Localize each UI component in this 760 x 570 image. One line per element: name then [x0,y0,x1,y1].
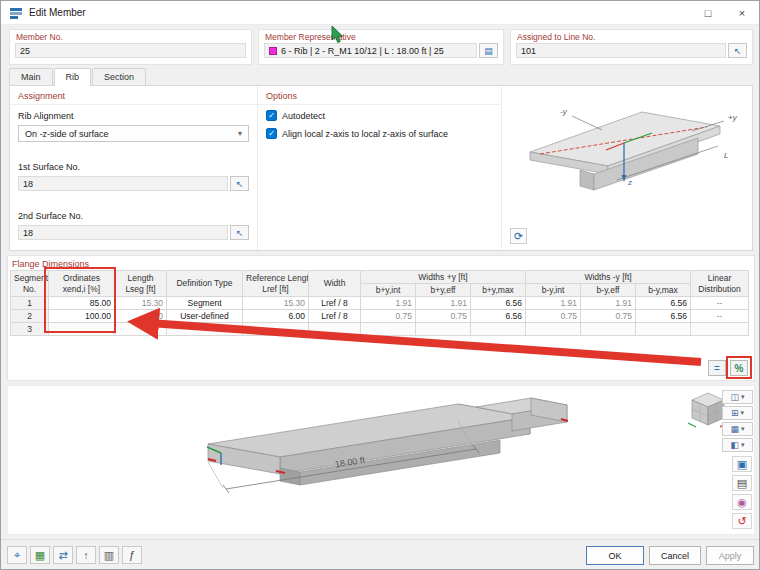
cell-ordinate[interactable] [49,323,115,336]
assigned-line-picker-button[interactable]: ↖ [728,43,747,58]
arrow-up-icon: ↑ [83,549,89,561]
apply-button[interactable]: Apply [706,546,754,565]
move-up-button[interactable]: ↑ [76,546,96,564]
close-button[interactable]: × [725,1,759,24]
surface1-picker-button[interactable]: ↖ [230,176,249,191]
surface1-label: 1st Surface No. [10,156,257,174]
swap-orientation-button[interactable]: ⇄ [53,546,73,564]
cell-b-plus-max[interactable]: 6.56 [471,297,526,310]
cell-b-plus-int[interactable]: 0.75 [361,310,416,323]
title-bar: Edit Member □ × [1,1,759,25]
member-no-value: 25 [20,46,30,56]
maximize-button[interactable]: □ [691,1,725,24]
view-grid-button[interactable]: ▦▾ [722,422,753,436]
cell-reference[interactable]: 15.30 [243,297,309,310]
surface1-input[interactable]: 18 [18,176,228,191]
cell-b-minus-int[interactable] [526,323,581,336]
cell-b-minus-int[interactable]: 0.75 [526,310,581,323]
cell-linear[interactable]: -- [691,310,749,323]
tab-rib[interactable]: Rib [54,68,92,86]
autodetect-checkbox[interactable]: ✓ [266,110,277,121]
col-b-minus-eff: b-y,eff [581,284,636,297]
col-width: Width [309,271,361,297]
cell-definition[interactable]: Segment [167,297,243,310]
row-number[interactable]: 3 [11,323,49,336]
cell-definition[interactable] [167,323,243,336]
member-representative-group: Member Representative 6 - Rib | 2 - R_M1… [258,29,504,65]
surface2-picker-button[interactable]: ↖ [230,225,249,240]
tab-main[interactable]: Main [9,68,53,85]
view-settings-button[interactable]: ◫▾ [722,390,753,404]
cell-width[interactable]: Lref / 8 [309,310,361,323]
member-3d-preview[interactable]: 18.00 ft ◫▾ ⊞▾ ▦▾ ◧▾ ▣ ▤ ◉ ↺ [7,385,755,535]
cell-length[interactable]: 15.30 [115,297,167,310]
cell-width[interactable] [309,323,361,336]
cell-b-plus-max[interactable]: 6.56 [471,310,526,323]
absolute-values-button[interactable]: = [708,360,726,376]
tab-section[interactable]: Section [92,68,146,85]
footer-divider [1,539,759,540]
cell-b-minus-max[interactable]: 6.56 [636,297,691,310]
ok-button[interactable]: OK [586,546,644,565]
row-number[interactable]: 2 [11,310,49,323]
cell-reference[interactable] [243,323,309,336]
cell-linear[interactable]: -- [691,297,749,310]
rib-tab-panel: Assignment Rib Alignment On -z-side of s… [9,85,753,251]
color-palette-button[interactable]: ◉ [732,494,752,510]
window-title: Edit Member [29,7,86,18]
cell-b-minus-eff[interactable]: 1.91 [581,297,636,310]
grid-settings-button[interactable]: ▥ [99,546,119,564]
table-row: 3 [11,323,749,336]
cell-length[interactable] [115,323,167,336]
member-representative-edit-button[interactable]: ▤ [479,43,498,58]
jump-to-graphic-button[interactable]: ⌖ [7,546,27,564]
formula-button[interactable]: ƒ [122,546,142,564]
flange-table: SegmentNo. Ordinatesxend,i [%] LengthLse… [10,270,749,336]
cell-b-minus-max[interactable] [636,323,691,336]
cell-b-plus-eff[interactable]: 0.75 [416,310,471,323]
col-b-plus-int: b+y,int [361,284,416,297]
view-axes-button[interactable]: ⊞▾ [722,406,753,420]
cell-b-plus-int[interactable]: 1.91 [361,297,416,310]
cell-ordinate[interactable]: 100.00 [49,310,115,323]
col-definition-type: Definition Type [167,271,243,297]
cell-b-plus-eff[interactable] [416,323,471,336]
reset-view-button[interactable]: ↺ [732,513,752,529]
open-table-button[interactable]: ▦ [30,546,50,564]
cell-b-minus-int[interactable]: 1.91 [526,297,581,310]
col-b-minus-int: b-y,int [526,284,581,297]
member-representative-field[interactable]: 6 - Rib | 2 - R_M1 10/12 | L : 18.00 ft … [264,43,477,58]
assigned-line-value: 101 [521,46,536,56]
cancel-button[interactable]: Cancel [649,546,701,565]
align-z-checkbox[interactable]: ✓ [266,128,277,139]
surface2-input[interactable]: 18 [18,225,228,240]
member-representative-value: 6 - Rib | 2 - R_M1 10/12 | L : 18.00 ft … [281,46,444,56]
row-number[interactable]: 1 [11,297,49,310]
view-mode-button[interactable]: ◧▾ [722,438,753,452]
cell-length[interactable]: 2.70 [115,310,167,323]
cell-width[interactable]: Lref / 8 [309,297,361,310]
cell-b-minus-eff[interactable] [581,323,636,336]
cell-reference[interactable]: 6.00 [243,310,309,323]
display-options-button[interactable]: ▣ [732,456,752,472]
chevron-down-icon: ▾ [741,393,745,401]
percent-values-button[interactable]: % [730,360,748,376]
assigned-line-input[interactable]: 101 [516,43,726,58]
view-toolbar: ◫▾ ⊞▾ ▦▾ ◧▾ [722,390,753,452]
print-button[interactable]: ▤ [732,475,752,491]
cell-ordinate[interactable]: 85.00 [49,297,115,310]
sync-view-button[interactable]: ⟳ [510,228,527,244]
cell-b-minus-max[interactable]: 6.56 [636,310,691,323]
cell-b-plus-eff[interactable]: 1.91 [416,297,471,310]
rib-alignment-select[interactable]: On -z-side of surface ▾ [18,125,249,142]
header-text: Lseg [ft] [125,284,155,294]
member-no-input[interactable]: 25 [15,43,246,58]
app-icon [9,6,23,20]
cell-b-minus-eff[interactable]: 0.75 [581,310,636,323]
cell-b-plus-int[interactable] [361,323,416,336]
col-b-minus-max: b-y,max [636,284,691,297]
cell-linear[interactable] [691,323,749,336]
rib-alignment-label: Rib Alignment [10,105,257,123]
cell-definition[interactable]: User-defined [167,310,243,323]
cell-b-plus-max[interactable] [471,323,526,336]
